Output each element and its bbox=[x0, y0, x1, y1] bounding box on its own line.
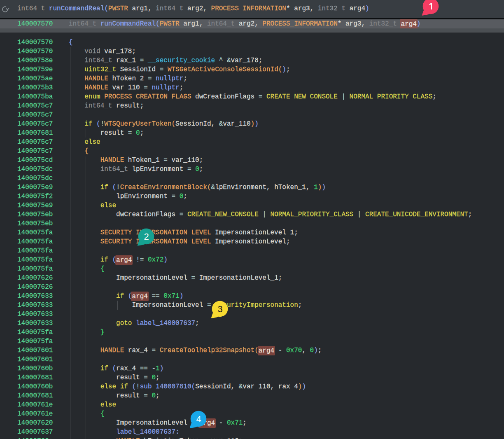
svg-text:4: 4 bbox=[196, 414, 201, 424]
svg-text:2: 2 bbox=[144, 231, 149, 241]
svg-text:3: 3 bbox=[217, 304, 222, 314]
